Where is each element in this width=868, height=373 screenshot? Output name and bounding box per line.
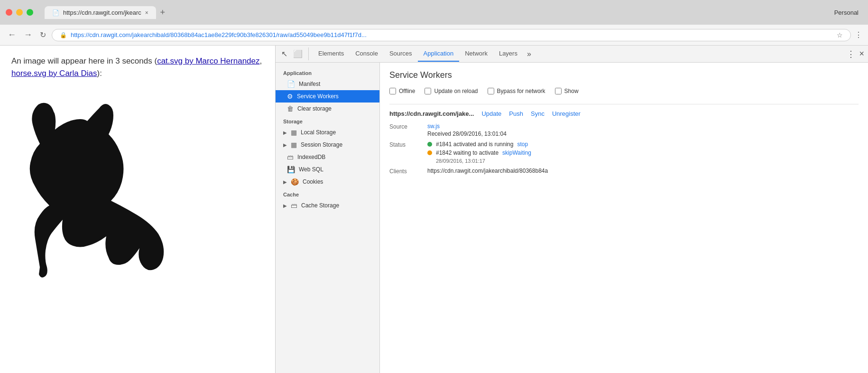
sidebar-item-session-storage-label: Session Storage xyxy=(301,141,342,148)
title-bar: 📄 https://cdn.rawgit.com/jkearc × + Pers… xyxy=(0,0,868,25)
sidebar-item-session-storage[interactable]: ▶ ▦ Session Storage xyxy=(276,139,379,151)
inspect-element-button[interactable]: ↖ xyxy=(279,47,289,60)
close-button[interactable] xyxy=(6,9,12,16)
sidebar-item-service-workers[interactable]: ⚙ Service Workers xyxy=(276,90,379,103)
bookmark-icon[interactable]: ☆ xyxy=(837,31,843,39)
panel-title: Service Workers xyxy=(389,70,859,80)
sidebar-item-local-storage[interactable]: ▶ ▦ Local Storage xyxy=(276,126,379,139)
sw-clients-value: https://cdn.rawgit.com/jakearchibald/803… xyxy=(427,168,548,174)
sidebar-item-clear-storage-label: Clear storage xyxy=(297,105,332,112)
update-on-reload-checkbox-label[interactable]: Update on reload xyxy=(425,88,478,94)
tab-application[interactable]: Application xyxy=(418,46,460,62)
device-toolbar-button[interactable]: ⬜ xyxy=(291,47,305,60)
minimize-button[interactable] xyxy=(16,9,23,16)
sw-url-row: https://cdn.rawgit.com/jake... Update Pu… xyxy=(389,110,859,117)
sidebar-item-cookies[interactable]: ▶ 🍪 Cookies xyxy=(276,176,379,188)
sw-entry: https://cdn.rawgit.com/jake... Update Pu… xyxy=(389,104,859,184)
sidebar-item-local-storage-label: Local Storage xyxy=(301,129,336,136)
show-checkbox-label[interactable]: Show xyxy=(555,88,579,94)
tab-network[interactable]: Network xyxy=(459,46,493,62)
devtools-toolbar: ↖ ⬜ Elements Console Sources Application xyxy=(276,46,868,63)
tab-layers[interactable]: Layers xyxy=(493,46,523,62)
sidebar-item-manifest-label: Manifest xyxy=(299,81,320,87)
sidebar-item-manifest[interactable]: 📄 Manifest xyxy=(276,78,379,90)
bypass-for-network-checkbox[interactable] xyxy=(488,88,494,94)
show-checkbox[interactable] xyxy=(555,88,562,94)
sw-source-file[interactable]: sw.js xyxy=(427,123,507,130)
cache-storage-arrow: ▶ xyxy=(283,203,287,208)
sw-push-link[interactable]: Push xyxy=(509,110,523,117)
sw-status-label: Status xyxy=(389,141,427,148)
sw-source-label: Source xyxy=(389,123,427,130)
new-tab-button[interactable]: + xyxy=(156,6,169,19)
sw-stop-link[interactable]: stop xyxy=(517,141,528,148)
offline-checkbox-label[interactable]: Offline xyxy=(389,88,415,94)
more-tabs-button[interactable]: » xyxy=(523,48,535,60)
offline-checkbox[interactable] xyxy=(389,88,396,94)
manifest-icon: 📄 xyxy=(287,80,295,88)
sw-clients-row: Clients https://cdn.rawgit.com/jakearchi… xyxy=(389,168,859,175)
update-on-reload-checkbox[interactable] xyxy=(425,88,431,94)
cat-svg-link[interactable]: cat.svg by Marco Hernandez xyxy=(157,56,259,65)
sw-unregister-link[interactable]: Unregister xyxy=(552,110,581,117)
tab-sources[interactable]: Sources xyxy=(384,46,418,62)
service-workers-icon: ⚙ xyxy=(287,93,293,100)
sidebar-item-clear-storage[interactable]: 🗑 Clear storage xyxy=(276,103,379,115)
forward-button[interactable]: → xyxy=(22,28,34,42)
sw-url: https://cdn.rawgit.com/jake... xyxy=(389,110,474,117)
sw-status-text-1: #1841 activated and is running xyxy=(436,141,513,148)
tab-close-button[interactable]: × xyxy=(145,9,148,16)
sw-source-row: Source sw.js Received 28/09/2016, 13:01:… xyxy=(389,123,859,137)
sw-update-link[interactable]: Update xyxy=(481,110,501,117)
sw-status-entries: #1841 activated and is running stop #184… xyxy=(427,141,531,164)
sw-skip-waiting-link[interactable]: skipWaiting xyxy=(502,149,531,156)
status-dot-orange xyxy=(427,150,432,155)
main-content: An image will appear here in 3 seconds (… xyxy=(0,46,868,373)
indexeddb-icon: 🗃 xyxy=(287,153,294,161)
bypass-for-network-checkbox-label[interactable]: Bypass for network xyxy=(488,88,545,94)
cache-storage-icon: 🗃 xyxy=(291,202,297,209)
menu-icon[interactable]: ⋮ xyxy=(855,30,862,39)
maximize-button[interactable] xyxy=(27,9,33,16)
back-button[interactable]: ← xyxy=(6,28,18,42)
tab-console[interactable]: Console xyxy=(350,46,384,62)
sidebar-item-cache-storage-label: Cache Storage xyxy=(301,202,339,209)
update-on-reload-label: Update on reload xyxy=(434,88,478,94)
devtools-body: Application 📄 Manifest ⚙ Service Workers… xyxy=(276,63,868,373)
devtools-actions: ⋮ × xyxy=(847,49,864,59)
horse-svg-link[interactable]: horse.svg by Carla Dias xyxy=(11,69,97,78)
url-text: https://cdn.rawgit.com/jakearchibald/803… xyxy=(71,31,833,38)
nav-bar: ← → ↻ 🔒 https://cdn.rawgit.com/jakearchi… xyxy=(0,25,868,46)
devtools-tabs: Elements Console Sources Application Net… xyxy=(313,46,847,62)
sidebar-item-service-workers-label: Service Workers xyxy=(297,93,339,100)
reload-button[interactable]: ↻ xyxy=(38,28,48,41)
sidebar-item-web-sql-label: Web SQL xyxy=(299,166,323,173)
tab-title: https://cdn.rawgit.com/jkearc xyxy=(63,9,141,16)
devtools-more-button[interactable]: ⋮ xyxy=(847,49,855,59)
address-bar[interactable]: 🔒 https://cdn.rawgit.com/jakearchibald/8… xyxy=(52,29,851,41)
status-dot-green xyxy=(427,142,432,147)
sidebar-item-indexeddb[interactable]: 🗃 IndexedDB xyxy=(276,151,379,163)
sidebar-item-web-sql[interactable]: 💾 Web SQL xyxy=(276,163,379,176)
active-tab[interactable]: 📄 https://cdn.rawgit.com/jkearc × xyxy=(45,6,156,19)
cookies-arrow: ▶ xyxy=(283,179,287,185)
local-storage-arrow: ▶ xyxy=(283,130,287,135)
profile-name: Personal xyxy=(834,9,859,16)
devtools-close-button[interactable]: × xyxy=(859,49,864,59)
clear-storage-icon: 🗑 xyxy=(287,105,294,112)
sw-clients-label: Clients xyxy=(389,168,427,175)
tab-elements[interactable]: Elements xyxy=(313,46,350,62)
devtools-sidebar: Application 📄 Manifest ⚙ Service Workers… xyxy=(276,63,380,373)
tab-bar: 📄 https://cdn.rawgit.com/jkearc × + xyxy=(45,6,831,19)
bypass-for-network-label: Bypass for network xyxy=(497,88,545,94)
sw-status-text-2: #1842 waiting to activate xyxy=(436,149,499,156)
cookies-icon: 🍪 xyxy=(291,178,299,186)
devtools-icon-group: ↖ ⬜ xyxy=(279,47,309,60)
tab-favicon: 📄 xyxy=(52,9,59,16)
sw-sync-link[interactable]: Sync xyxy=(531,110,545,117)
comma: , xyxy=(260,56,262,65)
sidebar-item-cache-storage[interactable]: ▶ 🗃 Cache Storage xyxy=(276,199,379,212)
devtools-panel: ↖ ⬜ Elements Console Sources Application xyxy=(275,46,868,373)
sw-received-2: 28/09/2016, 13:01:17 xyxy=(436,158,531,164)
secure-icon: 🔒 xyxy=(60,32,67,38)
